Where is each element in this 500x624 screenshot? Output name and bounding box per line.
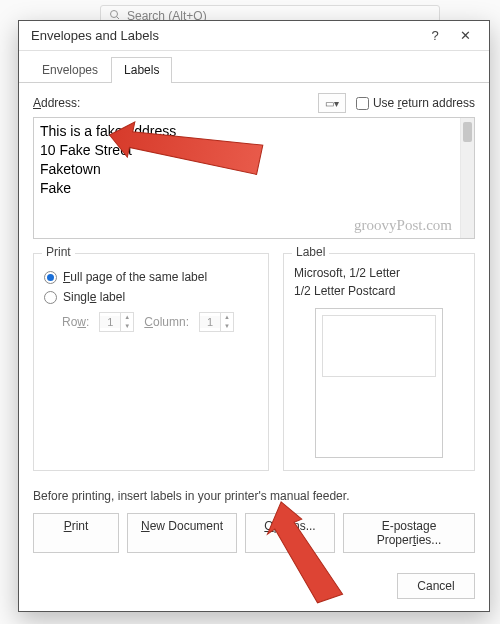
radio-single-label[interactable]: Single label Single label [44,290,258,304]
radio-full-page-input[interactable] [44,271,57,284]
radio-full-page-label: Full page of the same label [63,270,207,284]
new-document-button[interactable]: New DocumentNew Document [127,513,237,553]
cancel-button[interactable]: Cancel [397,573,475,599]
label-vendor: Microsoft, 1/2 Letter [294,264,464,282]
print-button[interactable]: PrintPrint [33,513,119,553]
row-spinner[interactable]: ▲▼ [99,312,134,332]
svg-point-0 [111,10,118,17]
address-book-icon: ▭▾ [325,98,339,109]
tab-envelopes[interactable]: Envelopes [29,57,111,83]
column-value[interactable] [200,316,220,328]
use-return-address-checkbox[interactable]: Use return address Use return address [356,96,475,110]
address-scrollbar[interactable] [460,118,474,238]
print-group-title: Print [42,245,75,259]
envelopes-labels-dialog: Envelopes and Labels ? ✕ Envelopes Label… [18,20,490,612]
use-return-label: Use return address [373,96,475,110]
help-button[interactable]: ? [423,24,447,48]
address-book-button[interactable]: ▭▾ [318,93,346,113]
close-button[interactable]: ✕ [453,24,477,48]
epostage-properties-button[interactable]: E-postage Properties...E-postage Propert… [343,513,475,553]
column-label: Column: [144,315,189,329]
scrollbar-thumb[interactable] [463,122,472,142]
radio-full-page[interactable]: Full page of the same label Full page of… [44,270,258,284]
radio-single-input[interactable] [44,291,57,304]
address-textarea[interactable]: This is a fake address 10 Fake Street Fa… [34,118,460,238]
svg-line-1 [117,16,120,19]
column-spinner[interactable]: ▲▼ [199,312,234,332]
dialog-content: AAddress:ddress: ▭▾ Use return address U… [19,83,489,561]
row-label: Row: [62,315,89,329]
tab-strip: Envelopes Labels [19,51,489,83]
label-groupbox: Label Microsoft, 1/2 Letter 1/2 Letter P… [283,253,475,471]
row-down-icon[interactable]: ▼ [121,322,133,331]
label-preview[interactable] [315,308,443,458]
address-label: AAddress:ddress: [33,96,318,110]
label-group-title: Label [292,245,329,259]
feeder-hint: Before printing, insert labels in your p… [33,489,475,503]
dialog-title: Envelopes and Labels [31,28,417,43]
col-down-icon[interactable]: ▼ [221,322,233,331]
tab-labels[interactable]: Labels [111,57,172,83]
row-value[interactable] [100,316,120,328]
dialog-titlebar: Envelopes and Labels ? ✕ [19,21,489,51]
radio-single-label-text: Single label [63,290,125,304]
label-product: 1/2 Letter Postcard [294,282,464,300]
options-button[interactable]: Options...Options... [245,513,335,553]
col-up-icon[interactable]: ▲ [221,313,233,322]
row-up-icon[interactable]: ▲ [121,313,133,322]
address-textbox-container: This is a fake address 10 Fake Street Fa… [33,117,475,239]
label-info: Microsoft, 1/2 Letter 1/2 Letter Postcar… [294,264,464,300]
print-groupbox: Print Full page of the same label Full p… [33,253,269,471]
use-return-checkbox-input[interactable] [356,97,369,110]
